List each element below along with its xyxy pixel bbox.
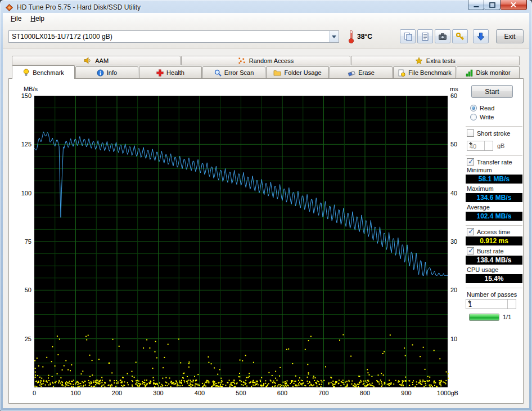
- tab-folder-usage[interactable]: Folder Usage: [266, 66, 329, 78]
- svg-text:100: 100: [70, 390, 80, 396]
- benchmark-chart: 1501251007550256050403020100100200300400…: [9, 79, 460, 403]
- short-stroke-unit: gB: [497, 142, 504, 149]
- secondary-tab-strip: AAM Random Access Extra tests: [12, 56, 520, 65]
- close-button[interactable]: [501, 0, 527, 10]
- green-bars-icon: [466, 69, 473, 77]
- folder-icon: [273, 69, 281, 76]
- average-label: Average: [467, 204, 490, 211]
- tab-label: Error Scan: [224, 69, 254, 76]
- app-icon: [5, 3, 13, 12]
- tab-benchmark[interactable]: Benchmark: [12, 65, 75, 79]
- menubar: File Help: [3, 13, 529, 24]
- tab-error-scan[interactable]: Error Scan: [202, 66, 265, 78]
- app-window: HD Tune Pro 5.75 - Hard Disk/SSD Utility…: [0, 0, 532, 411]
- temperature-value: 38°C: [357, 33, 372, 41]
- separator: [466, 126, 522, 127]
- cpu-usage-label: CPU usage: [467, 266, 498, 273]
- checkbox-box: [467, 158, 474, 166]
- checkbox-box: [467, 247, 474, 254]
- speaker-icon: [84, 57, 92, 64]
- minimize-button[interactable]: [468, 0, 484, 10]
- tab-label: Health: [166, 69, 184, 76]
- svg-text:900: 900: [401, 390, 411, 396]
- passes-label: Number of passes: [467, 291, 517, 298]
- svg-text:ms: ms: [450, 86, 458, 92]
- checkbox-box: [467, 228, 474, 235]
- passes-stepper[interactable]: 1: [466, 299, 516, 309]
- pass-progress-label: 1/1: [503, 314, 511, 320]
- screenshot-button[interactable]: [435, 29, 450, 43]
- access-time-label: Access time: [477, 229, 510, 235]
- registration-button[interactable]: [452, 29, 468, 43]
- info-circle-icon: [97, 69, 104, 77]
- svg-text:200: 200: [112, 390, 122, 396]
- magnifier-icon: [214, 69, 222, 77]
- svg-text:20: 20: [450, 287, 457, 293]
- gold-star-icon: [415, 57, 423, 65]
- minimize-icon: [474, 2, 479, 8]
- tab-label: Info: [107, 69, 117, 76]
- yellow-lamp-icon: [22, 69, 30, 76]
- menu-file[interactable]: File: [6, 14, 26, 24]
- menu-help[interactable]: Help: [26, 14, 49, 24]
- minimum-value: 58.1 MB/s: [466, 175, 522, 184]
- pass-progress-fill: [470, 314, 499, 320]
- short-stroke-stepper[interactable]: 40: [467, 141, 493, 151]
- separator: [466, 155, 522, 157]
- exit-button[interactable]: Exit: [496, 29, 524, 43]
- pass-progress-bar: [469, 314, 499, 321]
- svg-text:40: 40: [450, 190, 457, 196]
- tab-info[interactable]: Info: [75, 66, 138, 78]
- svg-text:125: 125: [21, 141, 31, 148]
- radio-dot: [470, 105, 477, 111]
- svg-text:50: 50: [450, 141, 457, 148]
- copy-report-button[interactable]: [417, 29, 433, 43]
- separator: [466, 225, 522, 226]
- svg-text:MB/s: MB/s: [24, 86, 38, 92]
- titlebar[interactable]: HD Tune Pro 5.75 - Hard Disk/SSD Utility: [0, 0, 532, 13]
- tab-file-benchmark[interactable]: File Benchmark: [393, 66, 456, 78]
- maximum-value: 134.6 MB/s: [466, 193, 522, 202]
- tab-erase[interactable]: Erase: [330, 66, 393, 78]
- copy-pages-icon: [403, 32, 412, 41]
- close-icon: [511, 2, 516, 7]
- access-time-value: 0.912 ms: [466, 236, 522, 245]
- access-time-checkbox[interactable]: Access time: [467, 228, 510, 235]
- toolbar: ST1000LX015-1U7172 (1000 gB) 38°C: [3, 24, 529, 49]
- svg-text:1000gB: 1000gB: [437, 390, 458, 396]
- write-radio[interactable]: Write: [470, 114, 494, 120]
- scatter-dots-icon: [238, 57, 246, 64]
- svg-text:60: 60: [450, 92, 457, 99]
- maximize-icon: [489, 2, 495, 8]
- short-stroke-checkbox[interactable]: Short stroke: [467, 129, 510, 137]
- thermometer-icon: [348, 29, 354, 44]
- burst-rate-label: Burst rate: [477, 248, 504, 254]
- page-gauge-icon: [398, 69, 405, 77]
- toolbar-buttons: [400, 29, 468, 43]
- key-icon: [456, 32, 465, 41]
- tab-label: File Benchmark: [408, 69, 451, 76]
- minimum-label: Minimum: [467, 167, 492, 173]
- svg-text:700: 700: [318, 390, 328, 396]
- chevron-down-icon[interactable]: [329, 31, 339, 42]
- drive-selector-value: ST1000LX015-1U7172 (1000 gB): [9, 33, 329, 41]
- tab-health[interactable]: Health: [139, 66, 202, 78]
- tab-random-access[interactable]: Random Access: [181, 56, 350, 65]
- tab-extra-tests[interactable]: Extra tests: [351, 56, 520, 65]
- window-title: HD Tune Pro 5.75 - Hard Disk/SSD Utility: [17, 3, 141, 11]
- client-area: File Help ST1000LX015-1U7172 (1000 gB) 3…: [3, 13, 529, 408]
- save-screenshot-button[interactable]: [473, 29, 489, 43]
- burst-rate-checkbox[interactable]: Burst rate: [467, 247, 504, 254]
- drive-selector[interactable]: ST1000LX015-1U7172 (1000 gB): [8, 30, 339, 43]
- svg-text:600: 600: [277, 390, 287, 396]
- tab-label: Random Access: [249, 57, 294, 64]
- temperature-indicator: 38°C: [348, 29, 372, 44]
- start-button[interactable]: Start: [471, 85, 513, 98]
- caption-buttons: [468, 0, 527, 10]
- copy-image-button[interactable]: [400, 29, 416, 43]
- maximize-button[interactable]: [484, 0, 501, 10]
- read-radio[interactable]: Read: [470, 105, 494, 111]
- tab-disk-monitor[interactable]: Disk monitor: [457, 66, 520, 78]
- transfer-rate-checkbox[interactable]: Transfer rate: [467, 158, 512, 166]
- tab-aam[interactable]: AAM: [12, 56, 181, 65]
